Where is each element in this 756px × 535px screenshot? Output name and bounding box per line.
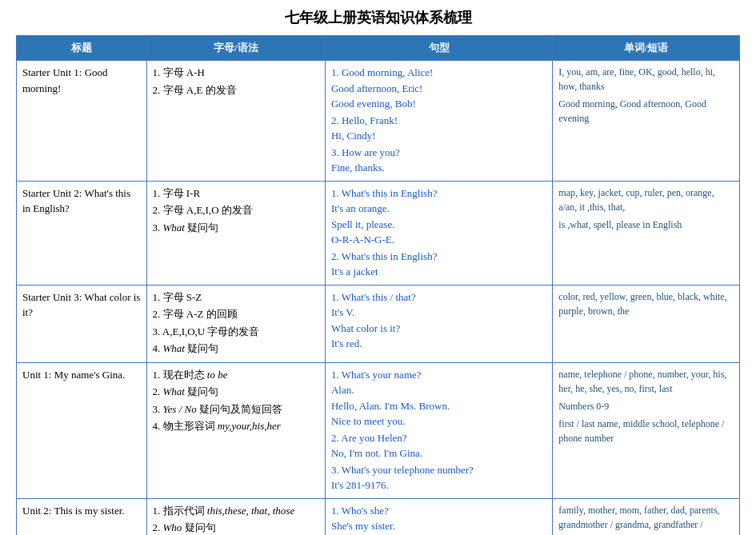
- cell-grammar: 1. 字母 S-Z2. 字母 A-Z 的回顾3. A,E,I,O,U 字母的发音…: [146, 285, 325, 362]
- cell-words: family, mother, mom, father, dad, parent…: [553, 498, 740, 535]
- cell-words: I, you, am, are, fine, OK, good, hello, …: [553, 61, 740, 182]
- header-title: 标题: [17, 36, 147, 61]
- cell-title: Starter Unit 2: What's this in English?: [17, 181, 147, 285]
- cell-sentence: 1. Good morning, Alice!Good afternoon, E…: [325, 61, 552, 182]
- table-row: Starter Unit 1: Good morning!1. 字母 A-H2.…: [17, 61, 740, 182]
- cell-title: Starter Unit 3: What color is it?: [17, 285, 147, 362]
- cell-sentence: 1. What's this / that?It's V.What color …: [325, 285, 552, 362]
- cell-words: color, red, yellow, green, blue, black, …: [553, 285, 740, 362]
- cell-words: name, telephone / phone, number, your, h…: [553, 362, 740, 498]
- cell-grammar: 1. 字母 A-H2. 字母 A,E 的发音: [146, 61, 325, 182]
- cell-title: Unit 1: My name's Gina.: [17, 362, 147, 498]
- cell-sentence: 1. What's this in English?It's an orange…: [325, 181, 552, 285]
- cell-grammar: 1. 字母 I-R2. 字母 A,E,I,O 的发音3. What 疑问句: [146, 181, 325, 285]
- table-row: Unit 2: This is my sister.1. 指示代词 this,t…: [17, 498, 740, 535]
- cell-grammar: 1. 现在时态 to be2. What 疑问句3. Yes / No 疑问句及…: [146, 362, 325, 498]
- cell-sentence: 1. Who's she?She's my sister.2. This / T…: [325, 498, 552, 535]
- cell-grammar: 1. 指示代词 this,these, that, those2. Who 疑问…: [146, 498, 325, 535]
- page-title: 七年级上册英语知识体系梳理: [16, 8, 740, 27]
- header-sentence: 句型: [325, 36, 552, 61]
- cell-title: Starter Unit 1: Good morning!: [17, 61, 147, 182]
- table-row: Starter Unit 2: What's this in English?1…: [17, 181, 740, 285]
- cell-title: Unit 2: This is my sister.: [17, 498, 147, 535]
- header-grammar: 字母/语法: [146, 36, 325, 61]
- knowledge-table: 标题 字母/语法 句型 单词/短语 Starter Unit 1: Good m…: [16, 35, 740, 535]
- table-row: Starter Unit 3: What color is it?1. 字母 S…: [17, 285, 740, 362]
- cell-sentence: 1. What's your name?Alan.Hello, Alan. I'…: [325, 362, 552, 498]
- header-words: 单词/短语: [553, 36, 740, 61]
- cell-words: map, key, jacket, cup, ruler, pen, orang…: [553, 181, 740, 285]
- table-row: Unit 1: My name's Gina.1. 现在时态 to be2. W…: [17, 362, 740, 498]
